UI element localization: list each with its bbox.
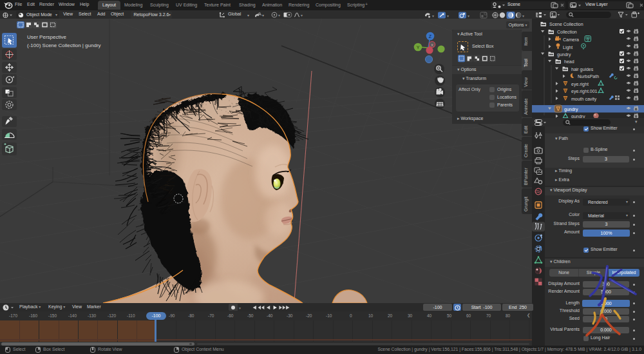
svg-text:▾: ▾ [468,14,469,18]
svg-text:▾: ▾ [278,14,280,17]
svg-text:▾: ▾ [301,14,303,17]
svg-text:Light: Light [563,45,573,50]
svg-text:Collection: Collection [557,30,577,34]
svg-text:Y: Y [417,45,420,50]
svg-text:(-100) Scene Collection | gund: (-100) Scene Collection | gundry [27,43,101,48]
svg-text:eye.right.001: eye.right.001 [571,89,598,94]
svg-text:User Perspective: User Perspective [27,34,66,40]
svg-text:gundry: gundry [557,52,571,57]
svg-text:Scene Collection: Scene Collection [549,22,583,26]
svg-text:Z: Z [429,34,432,39]
svg-text:mouth cavity: mouth cavity [571,97,597,102]
svg-text:NurbsPath: NurbsPath [578,74,599,79]
svg-text:▾: ▾ [432,14,434,18]
svg-text:▾: ▾ [262,14,264,17]
svg-text:▾: ▾ [447,14,449,18]
svg-text:eye.right: eye.right [571,82,589,87]
svg-text:hair guides: hair guides [571,67,594,72]
svg-text:gundry: gundry [564,107,578,112]
svg-text:X: X [431,43,433,47]
svg-text:Camera: Camera [563,37,579,42]
svg-text:head: head [564,59,574,64]
svg-text:▾: ▾ [522,14,524,18]
